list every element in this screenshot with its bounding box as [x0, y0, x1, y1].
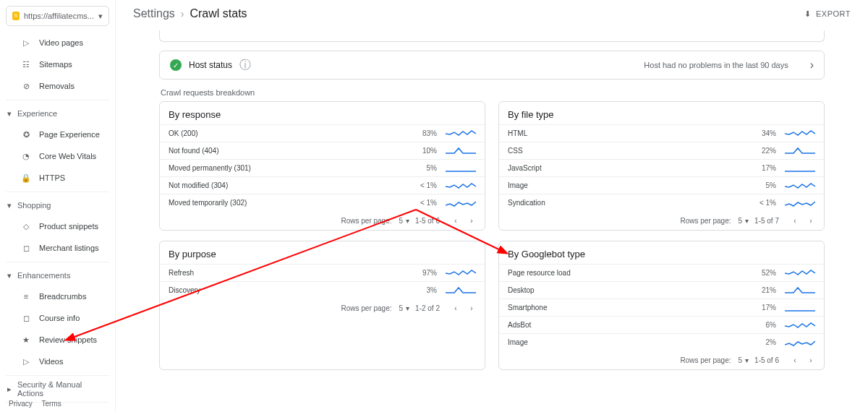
sidebar-item-label: Breadcrumbs: [39, 292, 86, 301]
sidebar-item-product-snippets[interactable]: ◇ Product snippets: [0, 215, 115, 237]
table-row[interactable]: Refresh97%: [160, 264, 485, 281]
table-row[interactable]: Desktop21%: [499, 281, 824, 299]
privacy-link[interactable]: Privacy: [9, 400, 33, 408]
host-status-card[interactable]: ✓ Host status ⓘ Host had no problems in …: [159, 51, 825, 80]
row-name: JavaScript: [508, 164, 754, 172]
section-shopping[interactable]: ▾ Shopping: [0, 195, 115, 215]
row-pct: 2%: [754, 338, 776, 346]
divider: [6, 100, 109, 100]
chart-card-bottom: [159, 30, 825, 42]
table-row[interactable]: AdsBot6%: [499, 316, 824, 333]
table-row[interactable]: Smartphone17%: [499, 299, 824, 316]
chevron-right-icon: ▸: [7, 385, 12, 394]
row-pct: 34%: [754, 129, 776, 137]
sidebar-item-removals[interactable]: ⊘ Removals: [0, 75, 115, 97]
sparkline: [785, 303, 815, 313]
row-pct: 10%: [415, 147, 437, 155]
page-prev-button[interactable]: ‹: [450, 217, 461, 225]
row-name: CSS: [508, 147, 754, 155]
section-enhancements[interactable]: ▾ Enhancements: [0, 265, 115, 286]
row-name: Discovery: [169, 286, 415, 294]
row-pct: 83%: [415, 129, 437, 137]
section-security[interactable]: ▸ Security & Manual Actions: [0, 379, 115, 399]
sparkline: [446, 129, 476, 139]
sidebar-item-videos[interactable]: ▷ Videos: [0, 351, 115, 372]
sidebar-item-label: Sitemaps: [39, 60, 72, 69]
table-row[interactable]: Image5%: [499, 176, 824, 194]
table-row[interactable]: Moved temporarily (302)< 1%: [160, 194, 485, 211]
video-icon: ▷: [20, 356, 32, 367]
sidebar-item-course-info[interactable]: ◻ Course info: [0, 307, 115, 329]
row-pct: 17%: [754, 304, 776, 312]
sidebar-item-page-experience[interactable]: ✪ Page Experience: [0, 124, 115, 145]
page-next-button[interactable]: ›: [466, 304, 477, 312]
sidebar-item-review-snippets[interactable]: ★ Review snippets: [0, 329, 115, 351]
sparkline: [785, 286, 815, 296]
table-row[interactable]: OK (200)83%: [160, 124, 485, 142]
breadcrumb: Settings › Crawl stats ⬇ EXPORT: [116, 0, 868, 27]
row-pct: < 1%: [415, 199, 437, 207]
section-experience[interactable]: ▾ Experience: [0, 103, 115, 124]
page-exp-icon: ✪: [20, 129, 32, 140]
row-name: Not modified (304): [169, 181, 415, 189]
sidebar-item-sitemaps[interactable]: ☷ Sitemaps: [0, 53, 115, 75]
chevron-right-icon: ›: [810, 59, 814, 72]
table-row[interactable]: Page resource load52%: [499, 264, 824, 281]
breadcrumb-settings[interactable]: Settings: [133, 7, 175, 20]
property-selector[interactable]: S https://affiliatecms... ▾: [6, 6, 109, 26]
page-prev-button[interactable]: ‹: [789, 356, 801, 364]
rows-per-page-select[interactable]: 5▾: [399, 217, 410, 225]
table-row[interactable]: Image2%: [499, 333, 824, 351]
checkmark-icon: ✓: [170, 59, 182, 71]
rows-per-page-select[interactable]: 5▾: [399, 304, 410, 312]
page-range: 1-5 of 7: [754, 217, 779, 225]
sidebar-item-merchant-listings[interactable]: ◻ Merchant listings: [0, 237, 115, 259]
page-next-button[interactable]: ›: [466, 217, 477, 225]
page-range: 1-5 of 6: [754, 356, 779, 364]
rows-per-page-label: Rows per page:: [680, 217, 731, 225]
chevron-down-icon: ▾: [7, 271, 12, 280]
page-next-button[interactable]: ›: [805, 217, 817, 225]
sidebar-item-label: Videos: [39, 357, 63, 366]
page-next-button[interactable]: ›: [805, 356, 817, 364]
table-row[interactable]: CSS22%: [499, 142, 824, 159]
table-row[interactable]: JavaScript17%: [499, 159, 824, 176]
table-row[interactable]: Not found (404)10%: [160, 142, 485, 159]
sidebar-item-cwv[interactable]: ◔ Core Web Vitals: [0, 145, 115, 167]
page-prev-button[interactable]: ‹: [789, 217, 801, 225]
row-pct: 21%: [754, 286, 776, 294]
rows-per-page-label: Rows per page:: [680, 356, 731, 364]
row-name: Desktop: [508, 286, 754, 294]
table-row[interactable]: Not modified (304)< 1%: [160, 176, 485, 194]
chevron-down-icon: ▾: [98, 12, 103, 21]
row-name: Image: [508, 338, 754, 346]
table-row[interactable]: HTML34%: [499, 124, 824, 142]
table-row[interactable]: Syndication< 1%: [499, 194, 824, 211]
sidebar-item-video-pages[interactable]: ▷ Video pages: [0, 32, 115, 53]
main: Settings › Crawl stats ⬇ EXPORT ✓ Host s…: [116, 0, 868, 412]
row-pct: 97%: [415, 269, 437, 277]
page-prev-button[interactable]: ‹: [450, 304, 461, 312]
host-status-message: Host had no problems in the last 90 days: [644, 61, 788, 69]
card-title: By purpose: [160, 241, 485, 264]
rows-per-page-select[interactable]: 5▾: [739, 356, 749, 364]
page-range: 1-2 of 2: [415, 304, 440, 312]
card-footer: Rows per page: 5▾ 1-5 of 6 ‹›: [160, 211, 485, 230]
sidebar-item-breadcrumbs[interactable]: ≡ Breadcrumbs: [0, 286, 115, 307]
sparkline: [446, 181, 476, 191]
row-name: Page resource load: [508, 269, 754, 277]
card-by-response: By response OK (200)83%Not found (404)10…: [159, 101, 485, 231]
rows-per-page-select[interactable]: 5▾: [739, 217, 749, 225]
table-row[interactable]: Moved permanently (301)5%: [160, 159, 485, 176]
export-button[interactable]: ⬇ EXPORT: [804, 9, 851, 19]
terms-link[interactable]: Terms: [41, 400, 61, 408]
chevron-down-icon: ▾: [406, 217, 409, 225]
sidebar-item-label: HTTPS: [39, 173, 65, 182]
speed-icon: ◔: [20, 150, 32, 162]
property-url: https://affiliatecms...: [24, 12, 94, 20]
sparkline: [785, 320, 815, 330]
download-icon: ⬇: [804, 9, 812, 19]
breadcrumb-icon: ≡: [20, 291, 32, 302]
table-row[interactable]: Discovery3%: [160, 281, 485, 299]
sidebar-item-https[interactable]: 🔒 HTTPS: [0, 167, 115, 189]
